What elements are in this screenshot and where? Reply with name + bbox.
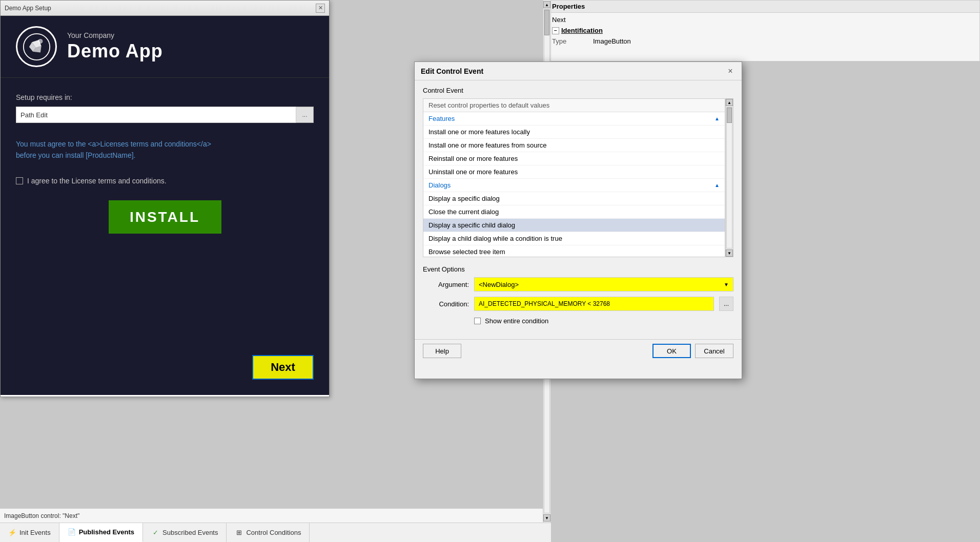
lightning-icon: ⚡ bbox=[8, 529, 16, 537]
list-scroll-track bbox=[726, 107, 732, 248]
dialog-body: Control Event Reset control properties t… bbox=[415, 80, 742, 339]
event-item-display-child-dialog[interactable]: Display a specific child dialog bbox=[423, 219, 725, 232]
features-label: Features bbox=[428, 115, 455, 122]
argument-label: Argument: bbox=[423, 281, 469, 288]
tab-subscribed-events-label: Subscribed Events bbox=[162, 529, 218, 536]
grid-icon: ⊞ bbox=[235, 529, 243, 537]
prop-type-value: ImageButton bbox=[593, 37, 631, 45]
show-entire-label: Show entire condition bbox=[485, 317, 548, 325]
event-item-install-locally[interactable]: Install one or more features locally bbox=[423, 126, 725, 139]
paper-icon: 📄 bbox=[68, 528, 76, 536]
argument-select[interactable]: <NewDialog> ▼ bbox=[474, 277, 733, 291]
cancel-button[interactable]: Cancel bbox=[695, 344, 733, 358]
installer-header: Your Company Demo App bbox=[1, 16, 329, 78]
prop-expand-icon[interactable]: − bbox=[552, 27, 559, 34]
tab-control-conditions[interactable]: ⊞ Control Conditions bbox=[227, 523, 310, 543]
show-entire-checkbox[interactable] bbox=[474, 318, 481, 324]
event-list-header: Reset control properties to default valu… bbox=[423, 99, 725, 112]
condition-browse-button[interactable]: ... bbox=[719, 297, 733, 311]
agree-row: I agree to the License terms and conditi… bbox=[16, 177, 314, 185]
agree-label: I agree to the License terms and conditi… bbox=[27, 177, 167, 185]
properties-content: Next − Identification Type ImageButton bbox=[548, 13, 979, 50]
installer-company: Your Company bbox=[67, 31, 163, 39]
installer-window: Demo App Setup ✕ Your Company Demo App S… bbox=[0, 0, 330, 397]
properties-selected-item: Next bbox=[552, 16, 975, 24]
event-item-close-dialog[interactable]: Close the current dialog bbox=[423, 205, 725, 219]
scrollbar-down-arrow[interactable]: ▼ bbox=[543, 514, 550, 522]
argument-value: <NewDialog> bbox=[479, 281, 519, 288]
dialog-close-button[interactable]: × bbox=[725, 66, 736, 76]
bottom-tabs: ⚡ Init Events 📄 Published Events ✓ Subsc… bbox=[0, 523, 551, 542]
event-item-display-dialog[interactable]: Display a specific dialog bbox=[423, 192, 725, 205]
path-row: ... bbox=[16, 107, 314, 123]
tab-init-events-label: Init Events bbox=[19, 529, 51, 536]
event-item-browse-tree[interactable]: Browse selected tree item bbox=[423, 245, 725, 257]
event-list-container: Reset control properties to default valu… bbox=[423, 98, 733, 257]
prop-type-row: Type ImageButton bbox=[552, 37, 975, 45]
condition-input[interactable] bbox=[474, 297, 714, 311]
agree-checkbox[interactable] bbox=[16, 177, 23, 184]
condition-label: Condition: bbox=[423, 300, 469, 308]
installer-close-button[interactable]: ✕ bbox=[316, 4, 325, 13]
list-scroll-down[interactable]: ▼ bbox=[726, 249, 733, 257]
argument-dropdown-icon: ▼ bbox=[724, 282, 729, 287]
ok-button[interactable]: OK bbox=[652, 344, 691, 358]
scrollbar-up-arrow[interactable]: ▲ bbox=[543, 1, 550, 8]
license-text: You must agree to the <a>Licenses terms … bbox=[16, 138, 314, 161]
installer-title-area: Your Company Demo App bbox=[67, 31, 163, 62]
ok-cancel-group: OK Cancel bbox=[652, 344, 733, 358]
svg-point-1 bbox=[38, 38, 43, 43]
tab-published-events[interactable]: 📄 Published Events bbox=[59, 523, 143, 543]
tab-subscribed-events[interactable]: ✓ Subscribed Events bbox=[143, 523, 227, 543]
event-item-reinstall[interactable]: Reinstall one or more features bbox=[423, 152, 725, 165]
setup-requires-label: Setup requires in: bbox=[16, 93, 314, 101]
category-features[interactable]: Features ▲ bbox=[423, 112, 725, 126]
list-scroll-up[interactable]: ▲ bbox=[726, 99, 733, 106]
prop-identification-section: − Identification bbox=[552, 27, 975, 34]
event-item-display-child-condition[interactable]: Display a child dialog while a condition… bbox=[423, 232, 725, 245]
properties-panel: Properties Next − Identification Type Im… bbox=[547, 0, 980, 61]
condition-row: Condition: ... bbox=[423, 297, 733, 311]
show-entire-row: Show entire condition bbox=[474, 317, 733, 325]
control-event-label: Control Event bbox=[423, 87, 733, 94]
next-button[interactable]: Next bbox=[252, 355, 314, 380]
tab-published-events-label: Published Events bbox=[79, 528, 134, 536]
installer-titlebar: Demo App Setup ✕ bbox=[1, 1, 329, 16]
properties-panel-title: Properties bbox=[548, 1, 979, 13]
tab-init-events[interactable]: ⚡ Init Events bbox=[0, 523, 59, 543]
installer-logo bbox=[16, 26, 57, 67]
statusbar-text: ImageButton control: "Next" bbox=[4, 512, 79, 519]
list-scroll-thumb[interactable] bbox=[727, 108, 732, 123]
dialog-buttons: Help OK Cancel bbox=[415, 339, 742, 362]
argument-row: Argument: <NewDialog> ▼ bbox=[423, 277, 733, 291]
event-list[interactable]: Reset control properties to default valu… bbox=[423, 98, 725, 257]
event-item-uninstall[interactable]: Uninstall one or more features bbox=[423, 165, 725, 179]
dialog-titlebar: Edit Control Event × bbox=[415, 62, 742, 80]
category-dialogs[interactable]: Dialogs ▲ bbox=[423, 179, 725, 192]
help-button[interactable]: Help bbox=[423, 344, 461, 358]
event-options-section: Event Options Argument: <NewDialog> ▼ Co… bbox=[423, 265, 733, 311]
scrollbar-thumb[interactable] bbox=[544, 10, 549, 35]
installer-app-name: Demo App bbox=[67, 40, 163, 62]
dialogs-collapse-icon: ▲ bbox=[714, 182, 720, 188]
installer-statusbar: ImageButton control: "Next" bbox=[0, 508, 551, 523]
installer-title: Demo App Setup bbox=[5, 5, 51, 12]
check-icon: ✓ bbox=[151, 529, 159, 537]
prop-identification-label: Identification bbox=[561, 27, 603, 34]
event-item-install-source[interactable]: Install one or more features from source bbox=[423, 139, 725, 152]
dialog-title: Edit Control Event bbox=[421, 67, 483, 75]
edit-control-event-dialog: Edit Control Event × Control Event Reset… bbox=[414, 61, 742, 379]
install-button[interactable]: INSTALL bbox=[109, 200, 221, 234]
installer-body: Your Company Demo App Setup requires in:… bbox=[1, 16, 329, 395]
path-browse-button[interactable]: ... bbox=[296, 107, 314, 123]
list-scrollbar[interactable]: ▲ ▼ bbox=[725, 98, 733, 257]
prop-type-label: Type bbox=[552, 37, 593, 45]
features-collapse-icon: ▲ bbox=[714, 116, 720, 121]
dialogs-label: Dialogs bbox=[428, 181, 451, 189]
path-input[interactable] bbox=[16, 107, 296, 123]
event-options-label: Event Options bbox=[423, 265, 733, 273]
tab-control-conditions-label: Control Conditions bbox=[246, 529, 301, 536]
installer-content: Setup requires in: ... You must agree to… bbox=[1, 78, 329, 234]
